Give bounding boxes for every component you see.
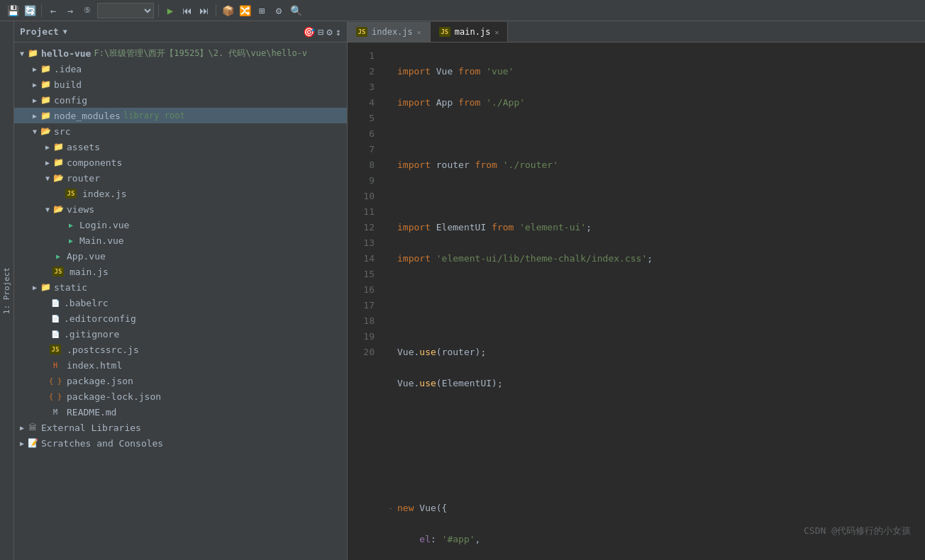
fold-2[interactable] bbox=[389, 95, 397, 111]
tree-components[interactable]: ▶ 📁 components bbox=[14, 155, 347, 170]
toolbar-icon-stop[interactable]: ⏭ bbox=[197, 4, 211, 18]
toolbar-icon-maven[interactable]: 📦 bbox=[221, 4, 235, 18]
tree-static-label: static bbox=[54, 282, 87, 293]
toolbar-icon-terminal[interactable]: ⊞ bbox=[255, 4, 269, 18]
file-editorconfig-icon: 📄 bbox=[50, 313, 61, 324]
fold-14[interactable] bbox=[389, 469, 397, 485]
tree-root-arrow: ▼ bbox=[17, 50, 27, 57]
tree-readme[interactable]: M README.md bbox=[14, 404, 347, 420]
tree-build-arrow: ▶ bbox=[30, 81, 40, 89]
tree-components-arrow: ▶ bbox=[43, 159, 52, 167]
tree-assets-arrow: ▶ bbox=[43, 143, 52, 151]
tree-views-label: views bbox=[67, 204, 94, 215]
fold-3[interactable] bbox=[389, 126, 397, 142]
fn-use-11: use bbox=[419, 376, 436, 391]
tree-app-vue[interactable]: ▶ App.vue bbox=[14, 248, 347, 264]
fold-8[interactable] bbox=[389, 282, 397, 298]
sp-6a: ElementUI bbox=[431, 220, 492, 235]
toolbar-icon-sync[interactable]: 🔄 bbox=[23, 4, 37, 18]
watermark: CSDN @代码修行的小女孩 bbox=[804, 525, 911, 537]
toolbar-icon-debug[interactable]: ⏮ bbox=[180, 4, 194, 18]
toolbar-separator-2 bbox=[158, 4, 159, 17]
tree-scratches[interactable]: ▶ 📝 Scratches and Consoles bbox=[14, 435, 347, 451]
tree-router[interactable]: ▼ 📂 router bbox=[14, 170, 347, 186]
toolbar-icon-search[interactable]: 🔍 bbox=[289, 4, 303, 18]
tree-idea[interactable]: ▶ 📁 .idea bbox=[14, 61, 347, 77]
tab-index-js[interactable]: JS index.js ✕ bbox=[348, 22, 431, 42]
fold-15[interactable]: - bbox=[389, 500, 397, 516]
side-panel-label[interactable]: 1: Project bbox=[0, 21, 14, 560]
tree-package-json-label: package.json bbox=[67, 376, 133, 386]
toolbar-config-dropdown[interactable] bbox=[97, 3, 154, 18]
tree-package-lock[interactable]: { } package-lock.json bbox=[14, 388, 347, 404]
tree-assets-label: assets bbox=[67, 142, 100, 152]
editor-area: JS index.js ✕ JS main.js ✕ 1 2 3 4 5 bbox=[348, 21, 925, 560]
fold-11[interactable] bbox=[389, 376, 397, 391]
project-icon-settings[interactable]: ⚙ bbox=[326, 26, 332, 38]
tree-babelrc[interactable]: 📄 .babelrc bbox=[14, 295, 347, 310]
toolbar-icon-forward[interactable]: → bbox=[63, 4, 77, 18]
toolbar-icon-settings[interactable]: ⚙ bbox=[272, 4, 286, 18]
cls-vue-11: Vue bbox=[397, 376, 414, 391]
tree-gitignore[interactable]: 📄 .gitignore bbox=[14, 326, 347, 342]
sp-4a: router bbox=[431, 157, 475, 173]
str-router: './router' bbox=[503, 157, 558, 173]
fold-9[interactable] bbox=[389, 313, 397, 329]
tree-login-vue[interactable]: ▶ Login.vue bbox=[14, 217, 347, 233]
tree-node-modules[interactable]: ▶ 📁 node_modules library root bbox=[14, 108, 347, 123]
tree-static[interactable]: ▶ 📁 static bbox=[14, 279, 347, 295]
code-content[interactable]: import Vue from 'vue' import App from '.… bbox=[383, 43, 925, 560]
folder-views-icon: 📂 bbox=[52, 203, 64, 215]
tree-src[interactable]: ▼ 📂 src bbox=[14, 123, 347, 139]
tree-index-html[interactable]: H index.html bbox=[14, 357, 347, 373]
sp-16a bbox=[397, 532, 419, 547]
tree-package-json[interactable]: { } package.json bbox=[14, 373, 347, 388]
punct-6: ; bbox=[586, 220, 592, 235]
tree-main-js[interactable]: JS main.js bbox=[14, 264, 347, 279]
file-babelrc-icon: 📄 bbox=[50, 297, 61, 308]
tab-main-js[interactable]: JS main.js ✕ bbox=[431, 22, 509, 42]
fold-7[interactable] bbox=[389, 251, 397, 267]
code-line-13 bbox=[389, 438, 925, 454]
tree-views[interactable]: ▼ 📂 views bbox=[14, 201, 347, 217]
toolbar-icon-git[interactable]: 🔀 bbox=[238, 4, 252, 18]
tree-ext-lib-label: External Libraries bbox=[41, 422, 141, 433]
fold-10[interactable] bbox=[389, 345, 397, 360]
fold-5[interactable] bbox=[389, 189, 397, 204]
fold-1[interactable] bbox=[389, 64, 397, 79]
fold-13[interactable] bbox=[389, 438, 397, 454]
tree-main-vue[interactable]: ▶ Main.vue bbox=[14, 233, 347, 248]
project-icon-collapse[interactable]: ⊟ bbox=[318, 26, 323, 38]
tree-assets[interactable]: ▶ 📁 assets bbox=[14, 139, 347, 155]
prop-el: el bbox=[419, 532, 431, 547]
toolbar-icon-run[interactable]: ▶ bbox=[163, 4, 177, 18]
punct-11c: ); bbox=[492, 376, 503, 391]
fold-16[interactable] bbox=[389, 532, 397, 547]
toolbar-separator-3 bbox=[216, 4, 216, 17]
tab-index-js-close[interactable]: ✕ bbox=[417, 28, 421, 36]
project-icon-expand[interactable]: ↕ bbox=[336, 26, 341, 38]
html-index-icon: H bbox=[50, 359, 61, 371]
tree-main-vue-label: Main.vue bbox=[79, 235, 124, 246]
tree-postcssrc[interactable]: JS .postcssrc.js bbox=[14, 342, 347, 357]
tree-router-index[interactable]: JS index.js bbox=[14, 186, 347, 201]
toolbar-icon-counter[interactable]: ⑤ bbox=[80, 4, 94, 18]
project-icon-locate[interactable]: 🎯 bbox=[303, 26, 315, 38]
fold-4[interactable] bbox=[389, 157, 397, 173]
toolbar-icon-save[interactable]: 💾 bbox=[6, 4, 20, 18]
fold-6[interactable] bbox=[389, 220, 397, 235]
tab-main-js-close[interactable]: ✕ bbox=[494, 28, 499, 36]
tree-build[interactable]: ▶ 📁 build bbox=[14, 77, 347, 92]
toolbar-icon-back[interactable]: ← bbox=[46, 4, 60, 18]
tree-idea-label: .idea bbox=[54, 64, 82, 74]
sp-1a: Vue bbox=[431, 64, 458, 79]
tree-root-path: F:\班级管理\西开【19525】\2. 代码\vue\hello-v bbox=[94, 47, 307, 60]
punct-10a: . bbox=[414, 345, 419, 360]
tree-external-libraries[interactable]: ▶ 🏛 External Libraries bbox=[14, 420, 347, 435]
tree-config[interactable]: ▶ 📁 config bbox=[14, 92, 347, 108]
tree-root[interactable]: ▼ 📁 hello-vue F:\班级管理\西开【19525】\2. 代码\vu… bbox=[14, 45, 347, 61]
fold-12[interactable] bbox=[389, 407, 397, 422]
project-dropdown-arrow[interactable]: ▼ bbox=[63, 28, 67, 35]
tree-editorconfig[interactable]: 📄 .editorconfig bbox=[14, 310, 347, 326]
tree-main-js-label: main.js bbox=[70, 267, 109, 277]
